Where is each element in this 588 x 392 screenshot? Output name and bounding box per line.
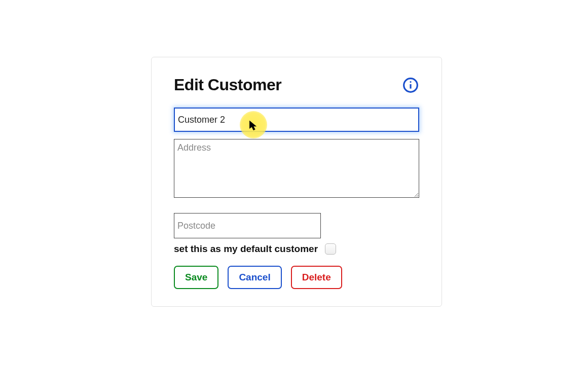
header-row: Edit Customer: [174, 76, 419, 94]
default-customer-row: set this as my default customer: [174, 243, 419, 255]
postcode-input[interactable]: [174, 213, 321, 238]
button-row: Save Cancel Delete: [174, 266, 419, 289]
info-icon[interactable]: [402, 77, 419, 94]
delete-button[interactable]: Delete: [291, 266, 342, 289]
svg-point-2: [410, 81, 411, 83]
save-button[interactable]: Save: [174, 266, 218, 289]
customer-name-input[interactable]: [174, 108, 419, 132]
cancel-button[interactable]: Cancel: [228, 266, 281, 289]
address-textarea[interactable]: [174, 139, 419, 198]
page-title: Edit Customer: [174, 76, 281, 94]
edit-customer-card: Edit Customer set this as my default cus…: [151, 57, 442, 307]
default-customer-checkbox[interactable]: [325, 243, 336, 255]
default-customer-label: set this as my default customer: [174, 243, 318, 255]
